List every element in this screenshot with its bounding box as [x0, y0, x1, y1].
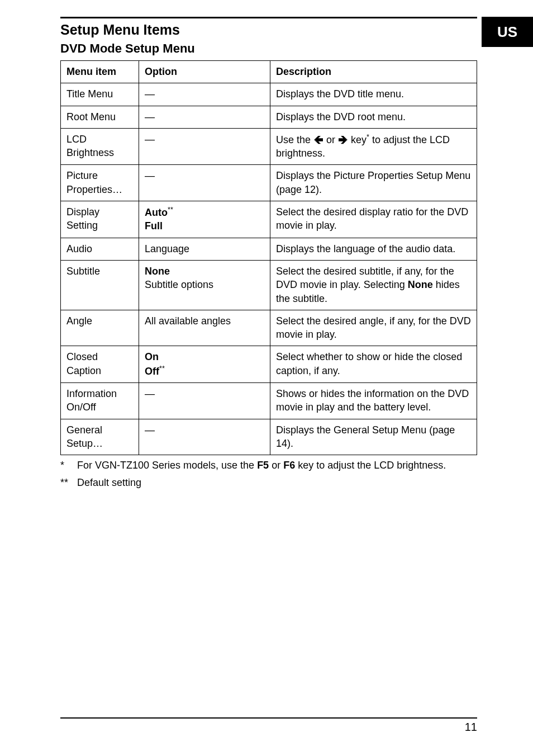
- footnote-mark: **: [60, 476, 77, 489]
- cell-item: Audio: [61, 238, 139, 260]
- cell-item: Picture Properties…: [61, 165, 139, 201]
- fn-key: F6: [283, 460, 295, 471]
- cell-option: —: [139, 128, 270, 165]
- page-footer: 11: [60, 717, 477, 734]
- desc-mid: key: [348, 134, 367, 145]
- cell-item: Angle: [61, 310, 139, 346]
- cell-desc: Displays the DVD root menu.: [270, 106, 477, 128]
- fn-key: F5: [257, 460, 269, 471]
- table-row: LCD Brightness — Use the 🡸 or 🡺 key* to …: [61, 128, 477, 165]
- cell-item: Display Setting: [61, 201, 139, 238]
- footnote-ref: **: [159, 365, 165, 372]
- cell-option: —: [139, 83, 270, 106]
- cell-item: Root Menu: [61, 106, 139, 128]
- col-header-description: Description: [270, 61, 477, 83]
- table-row: General Setup… — Displays the General Se…: [61, 419, 477, 455]
- option-bold: None: [145, 266, 170, 277]
- option-bold: On: [145, 351, 159, 362]
- table-row: Subtitle None Subtitle options Select th…: [61, 260, 477, 310]
- cell-desc: Displays the language of the audio data.: [270, 238, 477, 260]
- left-arrow-icon: 🡸: [313, 134, 323, 145]
- footnote-1: * For VGN-TZ100 Series models, use the F…: [60, 459, 477, 472]
- top-divider: [60, 17, 477, 18]
- table-row: Root Menu — Displays the DVD root menu.: [61, 106, 477, 128]
- setup-menu-table: Menu item Option Description Title Menu …: [60, 60, 477, 455]
- footnote-mark: *: [60, 459, 77, 472]
- cell-option: Language: [139, 238, 270, 260]
- option-bold: Off: [145, 366, 159, 377]
- table-row: Picture Properties… — Displays the Pictu…: [61, 165, 477, 201]
- table-row: Information On/Off — Shows or hides the …: [61, 383, 477, 419]
- cell-option: —: [139, 106, 270, 128]
- right-arrow-icon: 🡺: [338, 134, 348, 145]
- fn-post: key to adjust the LCD brightness.: [295, 460, 446, 471]
- cell-desc: Select the desired angle, if any, for th…: [270, 310, 477, 346]
- option-bold: Auto: [145, 207, 168, 218]
- cell-desc: Select the desired display ratio for the…: [270, 201, 477, 238]
- cell-option: —: [139, 419, 270, 455]
- cell-option: All available angles: [139, 310, 270, 346]
- cell-item: General Setup…: [61, 419, 139, 455]
- cell-item: Title Menu: [61, 83, 139, 106]
- cell-item: Information On/Off: [61, 383, 139, 419]
- table-row: Angle All available angles Select the de…: [61, 310, 477, 346]
- cell-item: LCD Brightness: [61, 128, 139, 165]
- page-container: US Setup Menu Items DVD Mode Setup Menu …: [0, 0, 533, 756]
- cell-desc: Use the 🡸 or 🡺 key* to adjust the LCD br…: [270, 128, 477, 165]
- section-title: Setup Menu Items: [60, 22, 477, 38]
- cell-desc: Select the desired subtitle, if any, for…: [270, 260, 477, 310]
- table-row: Closed Caption On Off** Select whether t…: [61, 346, 477, 383]
- sub-title: DVD Mode Setup Menu: [60, 41, 477, 56]
- cell-option: —: [139, 383, 270, 419]
- table-header-row: Menu item Option Description: [61, 61, 477, 83]
- table-row: Display Setting Auto** Full Select the d…: [61, 201, 477, 238]
- cell-option: Auto** Full: [139, 201, 270, 238]
- cell-desc: Displays the DVD title menu.: [270, 83, 477, 106]
- footnote-text: For VGN-TZ100 Series models, use the F5 …: [77, 459, 477, 472]
- cell-desc: Displays the General Setup Menu (page 14…: [270, 419, 477, 455]
- cell-desc: Select whether to show or hide the close…: [270, 346, 477, 383]
- fn-pre: For VGN-TZ100 Series models, use the: [77, 460, 257, 471]
- footnote-ref: **: [168, 206, 173, 214]
- table-row: Audio Language Displays the language of …: [61, 238, 477, 260]
- footnotes: * For VGN-TZ100 Series models, use the F…: [60, 459, 477, 489]
- cell-option: On Off**: [139, 346, 270, 383]
- cell-item: Closed Caption: [61, 346, 139, 383]
- table-row: Title Menu — Displays the DVD title menu…: [61, 83, 477, 106]
- desc-bold: None: [408, 279, 433, 290]
- cell-item: Subtitle: [61, 260, 139, 310]
- footnote-2: ** Default setting: [60, 476, 477, 489]
- cell-desc: Shows or hides the information on the DV…: [270, 383, 477, 419]
- col-header-item: Menu item: [61, 61, 139, 83]
- footnote-text: Default setting: [77, 476, 477, 489]
- cell-option: None Subtitle options: [139, 260, 270, 310]
- desc-pre: Use the: [276, 134, 313, 145]
- fn-mid: or: [269, 460, 283, 471]
- option-plain: Subtitle options: [145, 279, 213, 290]
- page-number: 11: [60, 721, 477, 734]
- col-header-option: Option: [139, 61, 270, 83]
- footer-divider: [60, 717, 477, 719]
- option-bold: Full: [145, 220, 163, 231]
- cell-option: —: [139, 165, 270, 201]
- region-tab: US: [482, 17, 533, 47]
- cell-desc: Displays the Picture Properties Setup Me…: [270, 165, 477, 201]
